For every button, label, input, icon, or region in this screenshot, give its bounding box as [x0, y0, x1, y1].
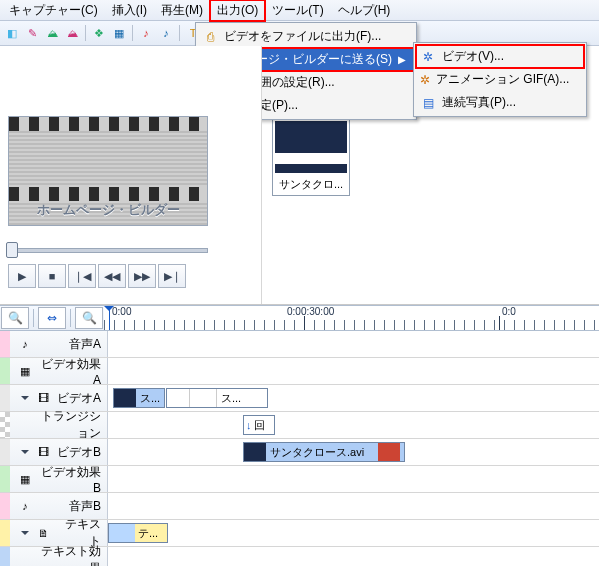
track-transition: トランジション ↓ 回	[0, 412, 599, 439]
send-submenu: ✲ ビデオ(V)... ✲ アニメーション GIF(A)... ▤ 連続写真(P…	[413, 42, 587, 117]
track-label: ビデオB	[54, 444, 103, 461]
track-label: ビデオA	[54, 390, 103, 407]
track-lane[interactable]	[108, 493, 599, 519]
timeline: 🔍 ⇔ 🔍 0:00 0:00:30:00 0:0 ♪ 音声A	[0, 305, 599, 566]
ruler-label: 0:00:30:00	[287, 306, 334, 317]
stop-button[interactable]: ■	[38, 264, 66, 288]
track-audio-a: ♪ 音声A	[0, 331, 599, 358]
menu-help[interactable]: ヘルプ(H)	[331, 0, 398, 21]
track-label: 音声A	[36, 336, 103, 353]
submenu-sequence[interactable]: ▤ 連続写真(P)...	[416, 91, 584, 114]
zoom-out-button[interactable]: 🔍	[1, 307, 29, 329]
clip-video-a-1[interactable]: ス...	[113, 388, 165, 408]
clip-transition[interactable]: ↓ 回	[243, 415, 275, 435]
track-lane[interactable]: ス... ス...	[108, 385, 599, 411]
tool-3-icon[interactable]: ⛰	[43, 24, 61, 42]
track-label: ビデオ効果B	[36, 464, 103, 495]
preview-panel: ホームページ・ビルダー ▶ ■ ❘◀ ◀◀ ▶▶ ▶❘	[0, 46, 262, 304]
playhead[interactable]	[109, 306, 110, 330]
menu-item-label: ビデオ(V)...	[442, 48, 504, 65]
video-track-icon: 🎞	[36, 446, 50, 458]
audio-icon: ♪	[18, 500, 32, 512]
time-ruler[interactable]: 0:00 0:00:30:00 0:0	[104, 306, 599, 330]
clip-label: テ...	[138, 526, 158, 541]
preview-seek-slider[interactable]	[8, 242, 208, 256]
timeline-toolbar: 🔍 ⇔ 🔍 0:00 0:00:30:00 0:0	[0, 305, 599, 331]
track-lane[interactable]: テ...	[108, 520, 599, 546]
preview-placeholder: ホームページ・ビルダー	[8, 116, 208, 226]
menu-play[interactable]: 再生(M)	[154, 0, 210, 21]
track-label: トランジション	[36, 408, 103, 442]
fit-button[interactable]: ⇔	[38, 307, 66, 329]
expand-icon[interactable]	[18, 392, 32, 404]
menu-bar: キャプチャー(C) 挿入(I) 再生(M) 出力(O) ツール(T) ヘルプ(H…	[0, 0, 599, 21]
slider-thumb[interactable]	[6, 242, 18, 258]
rewind-button[interactable]: ◀◀	[98, 264, 126, 288]
track-label: 音声B	[36, 498, 103, 515]
tool-4-icon[interactable]: ⛰	[63, 24, 81, 42]
expand-icon[interactable]	[18, 446, 32, 458]
tool-7-icon[interactable]: ♪	[137, 24, 155, 42]
video-track-icon: 🎞	[36, 392, 50, 404]
clip-label: 回	[254, 418, 265, 433]
menu-item-label: アニメーション GIF(A)...	[436, 71, 569, 88]
track-lane[interactable]	[108, 466, 599, 492]
tool-5-icon[interactable]: ❖	[90, 24, 108, 42]
track-vfx-a: ▦ ビデオ効果A	[0, 358, 599, 385]
zoom-in-button[interactable]: 🔍	[75, 307, 103, 329]
tool-1-icon[interactable]: ◧	[3, 24, 21, 42]
clip-label: ス...	[140, 391, 160, 406]
vfx-icon: ▦	[18, 473, 32, 486]
track-lane[interactable]: ↓ 回	[108, 412, 599, 438]
track-lane[interactable]	[108, 547, 599, 566]
clip-label: ス...	[221, 391, 241, 406]
menu-tool[interactable]: ツール(T)	[265, 0, 330, 21]
menu-capture[interactable]: キャプチャー(C)	[2, 0, 105, 21]
menu-output[interactable]: 出力(O)	[210, 0, 265, 21]
clip-caption: サンタクロ...	[273, 175, 349, 195]
prev-frame-button[interactable]: ❘◀	[68, 264, 96, 288]
preview-placeholder-label: ホームページ・ビルダー	[37, 201, 180, 219]
submenu-arrow-icon: ▶	[398, 54, 406, 65]
export-file-icon: ⎙	[202, 29, 218, 45]
ruler-label: 0:0	[502, 306, 516, 317]
clip-label: サンタクロース.avi	[270, 445, 364, 460]
submenu-video[interactable]: ✲ ビデオ(V)...	[416, 45, 584, 68]
track-label: ビデオ効果A	[36, 356, 103, 387]
text-track-icon: 🗎	[36, 527, 50, 539]
track-lane[interactable]: サンタクロース.avi	[108, 439, 599, 465]
track-label: テキスト効果	[36, 543, 103, 566]
ruler-label: 0:00	[112, 306, 131, 317]
sequence-icon: ▤	[420, 95, 436, 111]
submenu-anim-gif[interactable]: ✲ アニメーション GIF(A)...	[416, 68, 584, 91]
expand-icon[interactable]	[18, 527, 32, 539]
menu-output-to-file[interactable]: ⎙ ビデオをファイルに出力(F)...	[198, 25, 414, 48]
clip-video-a-2[interactable]: ス...	[166, 388, 268, 408]
clip-thumbnail[interactable]: サンタクロ...	[272, 118, 350, 196]
next-frame-button[interactable]: ▶❘	[158, 264, 186, 288]
tool-8-icon[interactable]: ♪	[157, 24, 175, 42]
tracks: ♪ 音声A ▦ ビデオ効果A 🎞 ビデオA ス...	[0, 331, 599, 566]
menu-item-label: 連続写真(P)...	[442, 94, 516, 111]
anim-gif-icon: ✲	[420, 72, 430, 88]
transition-icon: ↓	[246, 419, 252, 431]
track-video-b: 🎞 ビデオB サンタクロース.avi	[0, 439, 599, 466]
tool-6-icon[interactable]: ▦	[110, 24, 128, 42]
tool-2-icon[interactable]: ✎	[23, 24, 41, 42]
track-vfx-b: ▦ ビデオ効果B	[0, 466, 599, 493]
audio-icon: ♪	[18, 338, 32, 350]
clip-text[interactable]: テ...	[108, 523, 168, 543]
menu-insert[interactable]: 挿入(I)	[105, 0, 154, 21]
track-lane[interactable]	[108, 358, 599, 384]
track-text-fx: テキスト効果	[0, 547, 599, 566]
video-icon: ✲	[420, 49, 436, 65]
clip-video-b[interactable]: サンタクロース.avi	[243, 442, 405, 462]
menu-item-label: ビデオをファイルに出力(F)...	[224, 28, 381, 45]
clip-thumb-image	[275, 121, 347, 173]
forward-button[interactable]: ▶▶	[128, 264, 156, 288]
play-button[interactable]: ▶	[8, 264, 36, 288]
transport-controls: ▶ ■ ❘◀ ◀◀ ▶▶ ▶❘	[8, 264, 253, 288]
vfx-icon: ▦	[18, 365, 32, 378]
track-lane[interactable]	[108, 331, 599, 357]
